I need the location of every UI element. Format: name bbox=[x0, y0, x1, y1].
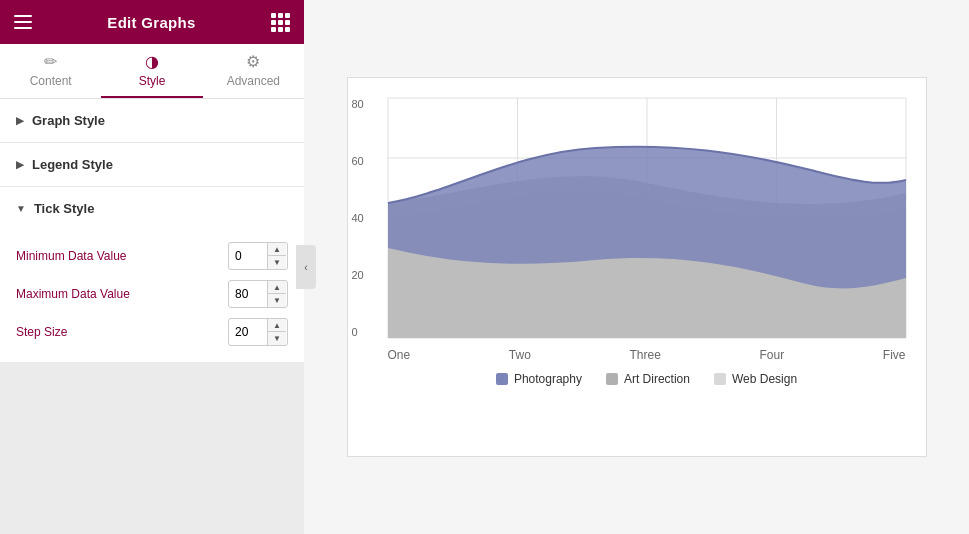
grid-icon[interactable] bbox=[271, 13, 290, 32]
min-data-value-input[interactable] bbox=[229, 245, 267, 267]
advanced-icon: ⚙ bbox=[246, 54, 260, 70]
x-label-five: Five bbox=[883, 348, 906, 362]
web-design-label: Web Design bbox=[732, 372, 797, 386]
web-design-swatch bbox=[714, 373, 726, 385]
step-size-label: Step Size bbox=[16, 325, 228, 339]
tab-content-label: Content bbox=[30, 74, 72, 88]
y-label-80: 80 bbox=[352, 98, 364, 110]
tick-style-body: Minimum Data Value ▲ ▼ Maximum Data Valu… bbox=[0, 230, 304, 362]
graph-style-section: ▶ Graph Style bbox=[0, 99, 304, 143]
chart-container: 0 20 40 60 80 bbox=[347, 77, 927, 457]
legend-art-direction: Art Direction bbox=[606, 372, 690, 386]
style-icon: ◑ bbox=[145, 54, 159, 70]
y-axis-labels: 0 20 40 60 80 bbox=[352, 98, 364, 338]
graph-style-header[interactable]: ▶ Graph Style bbox=[0, 99, 304, 142]
tick-style-header[interactable]: ▼ Tick Style bbox=[0, 187, 304, 230]
left-panel: Edit Graphs ✏ Content ◑ Style ⚙ Advanced… bbox=[0, 0, 304, 534]
graph-style-label: Graph Style bbox=[32, 113, 105, 128]
max-spinner-up[interactable]: ▲ bbox=[268, 281, 286, 294]
x-axis-labels: One Two Three Four Five bbox=[388, 342, 906, 362]
tab-style-label: Style bbox=[139, 74, 166, 88]
chart-legend: Photography Art Direction Web Design bbox=[388, 372, 906, 386]
hamburger-icon[interactable] bbox=[14, 15, 32, 29]
tab-advanced-label: Advanced bbox=[227, 74, 280, 88]
tab-content[interactable]: ✏ Content bbox=[0, 44, 101, 98]
art-direction-label: Art Direction bbox=[624, 372, 690, 386]
tick-style-section: ▼ Tick Style Minimum Data Value ▲ ▼ Maxi… bbox=[0, 187, 304, 363]
min-data-value-row: Minimum Data Value ▲ ▼ bbox=[16, 242, 288, 270]
step-spinner-up[interactable]: ▲ bbox=[268, 319, 286, 332]
panel-header: Edit Graphs bbox=[0, 0, 304, 44]
x-label-one: One bbox=[388, 348, 411, 362]
step-spinner-buttons: ▲ ▼ bbox=[267, 319, 286, 345]
chart-inner: 0 20 40 60 80 bbox=[388, 98, 906, 396]
max-data-value-input-group: ▲ ▼ bbox=[228, 280, 288, 308]
panel-collapse-button[interactable]: ‹ bbox=[296, 245, 316, 289]
max-data-value-label: Maximum Data Value bbox=[16, 287, 228, 301]
step-size-input-group: ▲ ▼ bbox=[228, 318, 288, 346]
tabs-bar: ✏ Content ◑ Style ⚙ Advanced bbox=[0, 44, 304, 99]
y-label-0: 0 bbox=[352, 326, 364, 338]
min-spinner-down[interactable]: ▼ bbox=[268, 256, 286, 269]
x-label-two: Two bbox=[509, 348, 531, 362]
max-spinner-down[interactable]: ▼ bbox=[268, 294, 286, 307]
y-label-60: 60 bbox=[352, 155, 364, 167]
panel-bottom-empty bbox=[0, 363, 304, 534]
x-label-four: Four bbox=[759, 348, 784, 362]
min-data-value-input-group: ▲ ▼ bbox=[228, 242, 288, 270]
step-size-input[interactable] bbox=[229, 321, 267, 343]
content-icon: ✏ bbox=[44, 54, 57, 70]
step-size-row: Step Size ▲ ▼ bbox=[16, 318, 288, 346]
y-label-20: 20 bbox=[352, 269, 364, 281]
step-spinner-down[interactable]: ▼ bbox=[268, 332, 286, 345]
photography-swatch bbox=[496, 373, 508, 385]
tick-style-label: Tick Style bbox=[34, 201, 94, 216]
min-data-value-label: Minimum Data Value bbox=[16, 249, 228, 263]
chart-svg bbox=[388, 98, 906, 338]
photography-label: Photography bbox=[514, 372, 582, 386]
legend-web-design: Web Design bbox=[714, 372, 797, 386]
max-data-value-input[interactable] bbox=[229, 283, 267, 305]
legend-style-section: ▶ Legend Style bbox=[0, 143, 304, 187]
legend-style-chevron: ▶ bbox=[16, 159, 24, 170]
legend-style-label: Legend Style bbox=[32, 157, 113, 172]
min-spinner-buttons: ▲ ▼ bbox=[267, 243, 286, 269]
max-data-value-row: Maximum Data Value ▲ ▼ bbox=[16, 280, 288, 308]
right-panel: 0 20 40 60 80 bbox=[304, 0, 969, 534]
legend-photography: Photography bbox=[496, 372, 582, 386]
tick-style-chevron: ▼ bbox=[16, 203, 26, 214]
legend-style-header[interactable]: ▶ Legend Style bbox=[0, 143, 304, 186]
y-label-40: 40 bbox=[352, 212, 364, 224]
x-label-three: Three bbox=[629, 348, 660, 362]
max-spinner-buttons: ▲ ▼ bbox=[267, 281, 286, 307]
tab-style[interactable]: ◑ Style bbox=[101, 44, 202, 98]
panel-title: Edit Graphs bbox=[107, 14, 195, 31]
min-spinner-up[interactable]: ▲ bbox=[268, 243, 286, 256]
graph-style-chevron: ▶ bbox=[16, 115, 24, 126]
tab-advanced[interactable]: ⚙ Advanced bbox=[203, 44, 304, 98]
art-direction-swatch bbox=[606, 373, 618, 385]
